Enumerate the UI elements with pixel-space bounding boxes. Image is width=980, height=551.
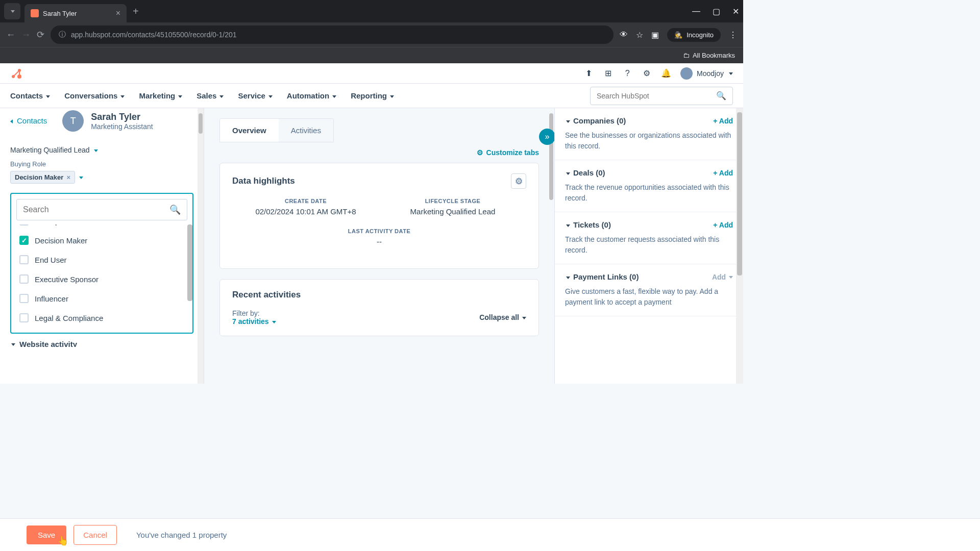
tickets-toggle[interactable]: Tickets (0) xyxy=(565,220,611,229)
add-deal-button[interactable]: + Add xyxy=(713,169,733,177)
add-payment-link-button[interactable]: Add xyxy=(712,273,733,281)
panel-icon[interactable]: ▣ xyxy=(651,30,659,40)
deals-toggle[interactable]: Deals (0) xyxy=(565,168,605,177)
settings-gear-icon[interactable]: ⚙ xyxy=(642,68,652,79)
nav-sales[interactable]: Sales xyxy=(197,91,224,100)
nav-marketing[interactable]: Marketing xyxy=(139,91,182,100)
incognito-icon: 🕵 xyxy=(674,31,682,39)
minimize-icon[interactable]: — xyxy=(692,7,700,16)
new-tab-button[interactable]: + xyxy=(133,6,139,17)
right-sidebar: Companies (0)+ Add See the businesses or… xyxy=(554,108,743,384)
mid-scrollbar[interactable] xyxy=(548,108,554,384)
right-scrollbar[interactable] xyxy=(736,108,743,384)
main-content: Overview Activities ⚙Customize tabs Data… xyxy=(204,108,554,384)
nav-automation[interactable]: Automation xyxy=(287,91,336,100)
option-champion[interactable]: Champion xyxy=(16,224,187,231)
expand-sidebar-button[interactable]: » xyxy=(539,129,554,145)
deals-desc: Track the revenue opportunities associat… xyxy=(565,182,733,204)
card-settings-button[interactable]: ⚙ xyxy=(511,173,526,189)
upgrade-icon[interactable]: ⬆ xyxy=(583,68,594,79)
kebab-menu-icon[interactable]: ⋮ xyxy=(729,30,737,40)
option-decision-maker[interactable]: Decision Maker xyxy=(16,231,187,250)
remove-tag-icon[interactable]: × xyxy=(66,173,70,181)
checkbox[interactable] xyxy=(19,313,29,322)
companies-section: Companies (0)+ Add See the businesses or… xyxy=(555,108,743,160)
left-sidebar: Contacts T Sarah Tyler Marketing Assista… xyxy=(0,108,204,384)
browser-tab[interactable]: Sarah Tyler × xyxy=(24,4,127,22)
tab-activities[interactable]: Activities xyxy=(279,119,333,142)
back-button[interactable]: ← xyxy=(6,30,15,40)
dropdown-search[interactable]: 🔍 xyxy=(16,199,187,220)
search-icon[interactable]: 🔍 xyxy=(169,204,181,215)
payment-links-section: Payment Links (0)Add Give customers a fa… xyxy=(555,264,743,316)
tab-title: Sarah Tyler xyxy=(43,10,112,17)
companies-toggle[interactable]: Companies (0) xyxy=(565,116,626,125)
eye-off-icon[interactable]: 👁 xyxy=(620,30,628,39)
search-input[interactable] xyxy=(597,92,716,100)
marketplace-icon[interactable]: ⊞ xyxy=(603,68,613,79)
buying-role-dropdown-toggle[interactable] xyxy=(78,173,83,182)
contact-name: Sarah Tyler xyxy=(91,112,153,122)
incognito-badge[interactable]: 🕵 Incognito xyxy=(667,28,721,42)
bookmark-star-icon[interactable]: ☆ xyxy=(636,30,643,40)
option-influencer[interactable]: Influencer xyxy=(16,289,187,308)
back-to-contacts[interactable]: Contacts xyxy=(0,108,57,125)
add-ticket-button[interactable]: + Add xyxy=(713,221,733,229)
dropdown-search-input[interactable] xyxy=(23,205,169,214)
all-bookmarks-label: All Bookmarks xyxy=(693,52,735,59)
customize-tabs-link[interactable]: ⚙Customize tabs xyxy=(219,148,539,157)
checkbox-checked[interactable] xyxy=(19,236,29,245)
option-legal-compliance[interactable]: Legal & Compliance xyxy=(16,308,187,328)
gear-icon: ⚙ xyxy=(477,148,483,157)
nav-reporting[interactable]: Reporting xyxy=(351,91,394,100)
add-company-button[interactable]: + Add xyxy=(713,117,733,125)
lifecycle-stage-label: LIFECYCLE STAGE xyxy=(379,198,526,204)
all-bookmarks-button[interactable]: 🗀 All Bookmarks xyxy=(683,52,735,59)
maximize-icon[interactable]: ▢ xyxy=(713,7,720,16)
payment-links-toggle[interactable]: Payment Links (0) xyxy=(565,272,639,281)
tab-search-button[interactable] xyxy=(4,3,20,19)
url-text: app.hubspot.com/contacts/45105500/record… xyxy=(71,31,237,39)
help-icon[interactable]: ? xyxy=(622,68,632,79)
lifecycle-dropdown[interactable]: Marketing Qualified Lead xyxy=(10,146,193,154)
nav-contacts[interactable]: Contacts xyxy=(10,91,50,100)
contact-avatar: T xyxy=(62,110,84,132)
filter-activities-dropdown[interactable]: 7 activities xyxy=(232,317,276,325)
create-date-value: 02/02/2024 10:01 AM GMT+8 xyxy=(232,207,379,216)
close-tab-icon[interactable]: × xyxy=(116,9,120,18)
search-icon[interactable]: 🔍 xyxy=(716,91,726,101)
address-bar[interactable]: ⓘ app.hubspot.com/contacts/45105500/reco… xyxy=(51,26,614,44)
checkbox[interactable] xyxy=(19,274,29,284)
collapse-all-button[interactable]: Collapse all xyxy=(479,313,526,321)
checkbox[interactable] xyxy=(19,255,29,264)
checkbox[interactable] xyxy=(19,294,29,303)
last-activity-value: -- xyxy=(232,237,526,246)
hubspot-logo[interactable] xyxy=(10,67,22,80)
reload-button[interactable]: ⟳ xyxy=(37,29,44,40)
window-controls: — ▢ ✕ xyxy=(692,7,739,16)
tab-overview[interactable]: Overview xyxy=(220,119,279,142)
deals-section: Deals (0)+ Add Track the revenue opportu… xyxy=(555,160,743,212)
user-name: Moodjoy xyxy=(697,69,724,78)
option-end-user[interactable]: End User xyxy=(16,250,187,269)
browser-tab-strip: Sarah Tyler × + — ▢ ✕ xyxy=(0,0,743,22)
dropdown-scrollbar[interactable] xyxy=(187,224,192,301)
website-activity-section[interactable]: Website activity xyxy=(0,334,204,347)
close-window-icon[interactable]: ✕ xyxy=(732,7,739,16)
buying-role-dropdown-panel: 🔍 Champion Decision Maker End User Execu… xyxy=(10,193,193,334)
notifications-bell-icon[interactable]: 🔔 xyxy=(661,68,671,79)
user-menu[interactable]: Moodjoy xyxy=(680,67,733,80)
global-search[interactable]: 🔍 xyxy=(590,87,733,105)
filter-by-label: Filter by: xyxy=(232,309,260,317)
data-highlights-card: Data highlights⚙ CREATE DATE02/02/2024 1… xyxy=(219,163,539,269)
nav-conversations[interactable]: Conversations xyxy=(64,91,125,100)
buying-role-tag[interactable]: Decision Maker× xyxy=(10,171,75,184)
card-title: Data highlights xyxy=(232,176,295,186)
checkbox[interactable] xyxy=(19,224,29,226)
content-tabs: Overview Activities xyxy=(219,118,334,142)
bookmarks-bar: 🗀 All Bookmarks xyxy=(0,47,743,63)
nav-service[interactable]: Service xyxy=(238,91,272,100)
left-scrollbar[interactable] xyxy=(198,108,204,384)
site-info-icon[interactable]: ⓘ xyxy=(59,30,66,39)
option-executive-sponsor[interactable]: Executive Sponsor xyxy=(16,269,187,289)
